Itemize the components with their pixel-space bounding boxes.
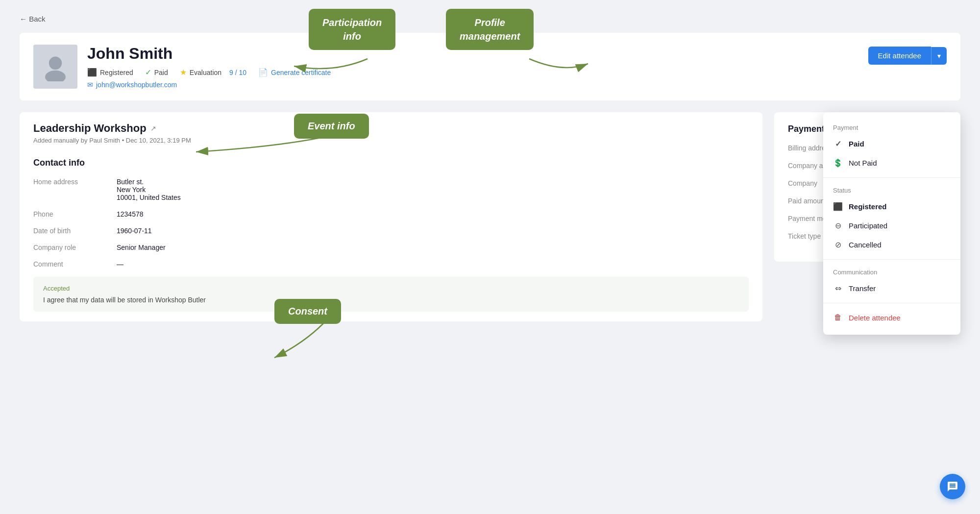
event-info-bubble: Event info bbox=[294, 114, 369, 139]
contact-info-title: Contact info bbox=[33, 158, 749, 168]
chat-bubble[interactable] bbox=[940, 474, 965, 499]
dropdown-not-paid-item[interactable]: 💲 Not Paid bbox=[823, 153, 960, 172]
svg-point-1 bbox=[45, 71, 66, 81]
registered-menu-icon: ⬛ bbox=[833, 202, 843, 211]
dropdown-transfer-item[interactable]: ⇔ Transfer bbox=[823, 279, 960, 298]
edit-attendee-button[interactable]: Edit attendee bbox=[868, 47, 931, 65]
money-icon: 💲 bbox=[833, 158, 843, 168]
dropdown-participated-item[interactable]: ⊖ Participated bbox=[823, 216, 960, 235]
user-badges: ⬛ Registered ✓ Paid ★ Evaluation 9 / 10 … bbox=[87, 68, 947, 77]
info-value-comment: — bbox=[117, 260, 749, 268]
info-value-address: Butler st. New York 10001, United States bbox=[117, 178, 749, 201]
profile-management-bubble: Profilemanagement bbox=[446, 9, 534, 50]
chat-icon bbox=[947, 481, 958, 492]
consent-text: I agree that my data will be stored in W… bbox=[43, 296, 739, 304]
eval-score-link[interactable]: 9 / 10 bbox=[229, 69, 246, 76]
event-meta: Added manually by Paul Smith • Dec 10, 2… bbox=[33, 137, 749, 144]
email-icon: ✉ bbox=[87, 81, 93, 89]
avatar bbox=[33, 45, 77, 89]
edit-attendee-dropdown-button[interactable]: ▾ bbox=[931, 47, 947, 65]
right-panel: Payment information Billing address — Co… bbox=[774, 112, 960, 331]
event-title-row: Leadership Workshop ↗ bbox=[33, 122, 749, 135]
svg-point-0 bbox=[49, 57, 62, 70]
dropdown-payment-label: Payment bbox=[823, 120, 960, 134]
transfer-icon: ⇔ bbox=[833, 284, 843, 293]
registered-badge: ⬛ Registered bbox=[87, 68, 133, 77]
certificate-icon: 📄 bbox=[258, 68, 268, 77]
evaluation-badge: ★ Evaluation 9 / 10 bbox=[180, 68, 246, 77]
dropdown-registered-item[interactable]: ⬛ Registered bbox=[823, 197, 960, 216]
dropdown-status-label: Status bbox=[823, 183, 960, 197]
divider-3 bbox=[823, 303, 960, 303]
participated-icon: ⊖ bbox=[833, 221, 843, 230]
dropdown-communication-label: Communication bbox=[823, 265, 960, 279]
back-link[interactable]: ← Back bbox=[20, 15, 46, 23]
info-row-company-role: Company role Senior Manager bbox=[33, 244, 749, 251]
consent-bubble: Consent bbox=[274, 299, 341, 324]
cancelled-icon: ⊘ bbox=[833, 240, 843, 249]
user-email[interactable]: ✉ john@workshopbutler.com bbox=[87, 81, 947, 89]
generate-certificate-link[interactable]: 📄 Generate certificate bbox=[258, 68, 331, 77]
info-row-comment: Comment — bbox=[33, 260, 749, 268]
user-info: John Smith ⬛ Registered ✓ Paid ★ Evaluat… bbox=[87, 45, 947, 89]
info-label-phone: Phone bbox=[33, 210, 107, 218]
main-content: Leadership Workshop ↗ Added manually by … bbox=[20, 112, 960, 331]
info-row-address: Home address Butler st. New York 10001, … bbox=[33, 178, 749, 201]
delete-icon: 🗑 bbox=[833, 313, 843, 322]
dropdown-menu: Payment ✓ Paid 💲 Not Paid Status ⬛ Regis… bbox=[823, 112, 960, 335]
event-name: Leadership Workshop bbox=[33, 122, 147, 135]
paid-badge: ✓ Paid bbox=[145, 68, 168, 77]
info-value-dob: 1960-07-11 bbox=[117, 227, 749, 235]
edit-attendee-group: Edit attendee ▾ bbox=[868, 47, 947, 65]
registered-icon: ⬛ bbox=[87, 68, 97, 77]
divider-2 bbox=[823, 259, 960, 260]
info-row-dob: Date of birth 1960-07-11 bbox=[33, 227, 749, 235]
consent-status: Accepted bbox=[43, 285, 739, 292]
event-header-card: Leadership Workshop ↗ Added manually by … bbox=[20, 112, 762, 321]
paid-icon: ✓ bbox=[145, 68, 151, 77]
info-label-comment: Comment bbox=[33, 260, 107, 268]
dropdown-paid-item[interactable]: ✓ Paid bbox=[823, 134, 960, 153]
check-icon: ✓ bbox=[833, 139, 843, 148]
left-panel: Leadership Workshop ↗ Added manually by … bbox=[20, 112, 762, 331]
external-link-icon[interactable]: ↗ bbox=[150, 124, 156, 132]
info-value-phone: 1234578 bbox=[117, 210, 749, 218]
star-icon: ★ bbox=[180, 68, 187, 77]
info-label-company-role: Company role bbox=[33, 244, 107, 251]
dropdown-cancelled-item[interactable]: ⊘ Cancelled bbox=[823, 235, 960, 254]
info-label-dob: Date of birth bbox=[33, 227, 107, 235]
info-label-address: Home address bbox=[33, 178, 107, 186]
info-value-company-role: Senior Manager bbox=[117, 244, 749, 251]
info-row-phone: Phone 1234578 bbox=[33, 210, 749, 218]
divider-1 bbox=[823, 177, 960, 178]
consent-box: Accepted I agree that my data will be st… bbox=[33, 277, 749, 312]
dropdown-delete-item[interactable]: 🗑 Delete attendee bbox=[823, 308, 960, 327]
contact-info-section: Contact info Home address Butler st. New… bbox=[33, 158, 749, 312]
participation-info-bubble: Participationinfo bbox=[309, 9, 395, 50]
